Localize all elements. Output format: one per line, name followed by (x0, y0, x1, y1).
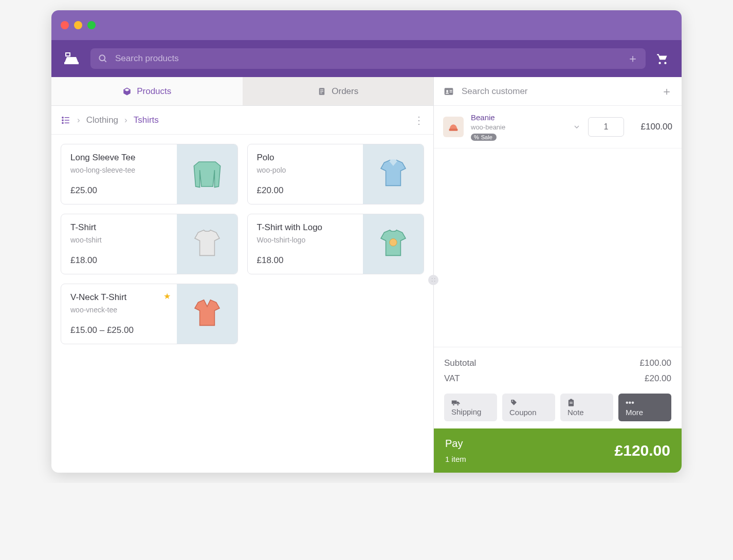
shipping-button[interactable]: Shipping (444, 394, 497, 421)
product-image (177, 214, 237, 274)
tab-products-label: Products (137, 86, 171, 97)
breadcrumb-current: Tshirts (134, 115, 159, 125)
close-window-button[interactable] (61, 21, 69, 29)
product-sku: woo-tshirt (70, 236, 168, 244)
customer-search-input[interactable] (462, 86, 654, 97)
shipping-label: Shipping (451, 407, 481, 416)
product-search-bar[interactable]: ＋ (90, 48, 646, 69)
breadcrumb: › Clothing › Tshirts ⋮ (51, 106, 433, 135)
svg-rect-17 (450, 90, 452, 90)
more-options-button[interactable]: ⋮ (414, 114, 424, 126)
svg-point-10 (62, 119, 63, 120)
svg-point-16 (446, 90, 448, 92)
note-label: Note (567, 408, 584, 417)
customer-icon (443, 86, 454, 97)
chevron-right-icon: › (77, 115, 80, 125)
maximize-window-button[interactable] (87, 21, 96, 29)
product-sku: woo-polo (257, 166, 354, 174)
main-body: ⸬ Products Orders (51, 77, 682, 473)
svg-point-2 (99, 55, 105, 61)
product-card[interactable]: Long Sleeve Teewoo-long-sleeve-tee£25.00 (61, 144, 238, 204)
toolbar: ＋ (51, 40, 682, 77)
svg-point-21 (453, 403, 455, 405)
product-card[interactable]: ★V-Neck T-Shirtwoo-vneck-tee£15.00 – £25… (61, 284, 238, 344)
tab-orders[interactable]: Orders (243, 77, 434, 105)
search-icon (98, 53, 108, 64)
breadcrumb-parent[interactable]: Clothing (86, 115, 118, 125)
tab-orders-label: Orders (332, 86, 358, 97)
product-price: £15.00 – £25.00 (70, 325, 168, 335)
quantity-input[interactable]: 1 (588, 117, 624, 137)
customer-search-row: ＋ (434, 77, 682, 106)
svg-rect-26 (570, 402, 573, 402)
svg-rect-7 (320, 92, 322, 93)
svg-rect-6 (320, 91, 323, 91)
svg-rect-5 (320, 89, 323, 90)
sale-badge: %Sale (471, 134, 497, 141)
product-name: T-Shirt with Logo (257, 222, 354, 233)
product-price: £20.00 (257, 185, 354, 196)
svg-line-3 (104, 60, 106, 62)
product-sku: woo-vneck-tee (70, 306, 168, 314)
svg-point-14 (390, 239, 397, 246)
product-image (363, 144, 424, 204)
svg-rect-20 (452, 400, 457, 404)
product-card[interactable]: T-Shirt with LogoWoo-tshirt-logo£18.00 (247, 214, 425, 274)
cart-icon[interactable] (656, 52, 669, 65)
app-window: ＋ ⸬ Products Ord (51, 10, 682, 473)
tab-products[interactable]: Products (51, 77, 243, 105)
pay-label: Pay (445, 438, 466, 450)
pay-bar[interactable]: Pay 1 item £120.00 (434, 428, 682, 473)
vat-value: £20.00 (645, 374, 671, 384)
product-card[interactable]: Polowoo-polo£20.00 (247, 144, 425, 204)
chevron-right-icon: › (124, 115, 127, 125)
totals: Subtotal £100.00 VAT £20.00 (434, 347, 682, 394)
svg-rect-0 (66, 53, 70, 56)
list-view-icon[interactable] (61, 116, 71, 125)
subtotal-label: Subtotal (444, 358, 476, 368)
box-icon (122, 87, 132, 96)
product-price: £25.00 (70, 185, 168, 196)
note-button[interactable]: Note (560, 394, 613, 421)
pay-amount: £120.00 (615, 442, 670, 459)
tabs: Products Orders (51, 77, 433, 106)
clipboard-icon (567, 399, 575, 407)
featured-star-icon: ★ (163, 291, 171, 301)
tag-icon (509, 399, 518, 407)
register-icon (64, 52, 80, 65)
truck-icon (451, 399, 461, 406)
svg-rect-27 (570, 403, 573, 403)
titlebar (51, 10, 682, 40)
cart-line-name[interactable]: Beanie (471, 113, 565, 122)
pane-resize-handle[interactable]: ⸬ (428, 275, 438, 285)
svg-rect-25 (570, 399, 573, 400)
more-label: More (626, 408, 643, 417)
product-price: £18.00 (70, 255, 168, 266)
vat-row: VAT £20.00 (444, 371, 671, 386)
product-name: V-Neck T-Shirt (70, 292, 168, 303)
add-customer-button[interactable]: ＋ (661, 84, 672, 99)
subtotal-value: £100.00 (640, 358, 671, 368)
add-product-button[interactable]: ＋ (627, 51, 638, 66)
left-pane: Products Orders › (51, 77, 434, 473)
vat-label: VAT (444, 374, 460, 384)
percent-icon: % (474, 134, 479, 140)
product-grid: Long Sleeve Teewoo-long-sleeve-tee£25.00… (51, 135, 433, 353)
cart-line-thumb (443, 117, 464, 137)
cart-lines: Beaniewoo-beanie%Sale1£100.00 (434, 106, 682, 347)
svg-rect-19 (449, 129, 458, 131)
svg-rect-15 (445, 88, 453, 95)
coupon-button[interactable]: Coupon (502, 394, 555, 421)
product-price: £18.00 (257, 255, 354, 266)
product-sku: woo-long-sleeve-tee (70, 166, 168, 174)
svg-rect-24 (569, 400, 574, 406)
svg-point-8 (62, 117, 63, 118)
expand-line-button[interactable] (573, 123, 581, 131)
product-card[interactable]: T-Shirtwoo-tshirt£18.00 (61, 214, 238, 274)
minimize-window-button[interactable] (74, 21, 82, 29)
product-search-input[interactable] (115, 53, 620, 64)
more-button[interactable]: ••• More (618, 394, 671, 421)
cart-pane: ＋ Beaniewoo-beanie%Sale1£100.00 Subtotal… (434, 77, 682, 473)
product-image (177, 284, 237, 344)
product-sku: Woo-tshirt-logo (257, 236, 354, 244)
